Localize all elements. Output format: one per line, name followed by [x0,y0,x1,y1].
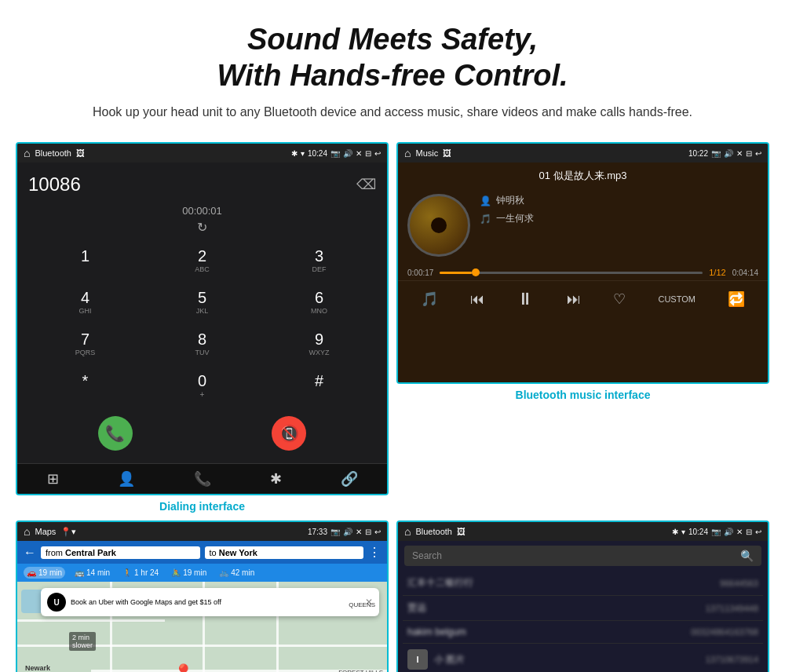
music-frame: ⌂ Music 🖼 10:22 📷 🔊 ✕ ⊟ ↩ 01 似是故人来.mp3 [396,142,769,384]
key-6[interactable]: 6MNO [262,283,376,321]
music-repeat-button[interactable]: 🔁 [728,290,745,308]
search-icon[interactable]: 🔍 [740,550,754,562]
dialing-body: 10086 ⌫ 00:00:01 ↻ 1 2ABC 3DEF 4GHI 5JKL… [17,163,387,463]
map-window-icon: ⊟ [365,528,371,536]
bluetooth-icon: ✱ [291,149,298,158]
contact-row-3[interactable]: hakim belgum 00324864163768 [403,621,763,644]
volume-icon: 🔊 [343,149,352,158]
music-shuffle-button[interactable]: 🎵 [421,290,438,308]
x-icon: ✕ [356,149,362,158]
contact-row-2[interactable]: 贾远 13711349448 [403,596,763,621]
music-back-icon[interactable]: ↩ [755,149,761,158]
dialing-frame: ⌂ Bluetooth 🖼 ✱ ▾ 10:24 📷 🔊 ✕ ⊟ ↩ [16,142,389,495]
page-title: Sound Meets Safety, With Hands-free Cont… [31,22,754,93]
dialing-display: 10086 ⌫ [28,170,376,199]
key-1[interactable]: 1 [28,241,142,279]
home-icon[interactable]: ⌂ [24,147,30,159]
call-accept-button[interactable]: 📞 [98,416,133,451]
map-more-icon[interactable]: ⋮ [368,545,381,560]
key-5[interactable]: 5JKL [145,283,259,321]
contact-row-1[interactable]: 汇丰十二银行行 96644563 [403,571,763,596]
keypad: 1 2ABC 3DEF 4GHI 5JKL 6MNO 7PQRS 8TUV 9W… [28,241,376,405]
music-heart-button[interactable]: ♡ [613,290,626,308]
key-8[interactable]: 8TUV [145,324,259,363]
screens-grid: ⌂ Bluetooth 🖼 ✱ ▾ 10:24 📷 🔊 ✕ ⊟ ↩ [0,134,785,672]
key-0[interactable]: 0+ [145,366,259,405]
back-icon[interactable]: ↩ [374,149,381,158]
phone-icon[interactable]: 📞 [194,470,211,488]
key-hash[interactable]: # [262,366,376,405]
backspace-icon[interactable]: ⌫ [356,176,376,193]
phonebook-status-label: Bluetooth [415,527,451,536]
image-icon: 🖼 [76,148,85,158]
music-progress-row: 0:00:17 1/12 0:04:14 [398,265,768,280]
music-progress-bar[interactable] [440,272,703,274]
map-slower-badge: 2 minslower [69,632,96,651]
phonebook-status-bar: ⌂ Bluetooth 🖼 ✱ ▾ 10:24 📷 🔊 ✕ ⊟ ↩ [398,522,768,541]
map-opt-bike[interactable]: 🚴 19 min [168,567,210,579]
music-window-icon: ⊟ [746,149,752,158]
map-options-bar: 🚗 19 min 🚌 14 min 🚶 1 hr 24 🚴 19 min 🚲 4… [17,564,387,582]
dialing-label: Dialing interface [159,500,245,513]
contact-row-4[interactable]: I 小 图片 13710673914 [403,644,763,672]
music-track-num: 1/12 [709,268,725,277]
person-icon[interactable]: 👤 [118,470,135,488]
phonebook-frame: ⌂ Bluetooth 🖼 ✱ ▾ 10:24 📷 🔊 ✕ ⊟ ↩ [396,520,769,672]
map-opt-car[interactable]: 🚗 19 min [24,567,65,579]
map-label-foresthill: FOREST HILLS [338,669,383,672]
music-status-label: Music [415,148,438,158]
music-custom-label[interactable]: CUSTOM [658,294,695,304]
phonebook-window-icon: ⊟ [746,528,752,536]
music-play-button[interactable]: ⏸ [517,289,534,309]
music-time: 10:22 [688,149,708,158]
map-canvas: U Book an Uber with Google Maps and get … [17,582,387,672]
phonebook-back-icon[interactable]: ↩ [755,528,761,536]
music-x-icon: ✕ [736,149,743,158]
map-opt-bus[interactable]: 🚌 14 min [71,567,113,579]
music-progress-dot [472,268,480,276]
music-next-button[interactable]: ⏭ [567,291,581,308]
bt-icon[interactable]: ✱ [270,470,282,488]
map-opt-walk[interactable]: 🚶 1 hr 24 [119,567,162,579]
uber-text: Book an Uber with Google Maps and get $1… [71,598,360,606]
music-time-total: 0:04:14 [732,268,758,277]
map-back-icon[interactable]: ↩ [374,528,381,536]
phonebook-search-display: Search 🔍 [404,546,761,566]
key-7[interactable]: 7PQRS [28,324,142,363]
phonebook-bt-icon: ✱ [672,528,678,536]
music-screen-block: ⌂ Music 🖼 10:22 📷 🔊 ✕ ⊟ ↩ 01 似是故人来.mp3 [396,142,769,513]
grid-icon[interactable]: ⊞ [47,470,59,488]
key-2[interactable]: 2ABC [145,241,259,279]
map-vol-icon: 🔊 [343,528,352,536]
key-star[interactable]: * [28,366,142,405]
music-album: 🎵 一生何求 [480,212,758,225]
music-home-icon[interactable]: ⌂ [404,147,411,159]
music-prev-button[interactable]: ⏮ [470,291,484,308]
link-icon[interactable]: 🔗 [341,470,358,488]
header-subtitle: Hook up your head unit to any Bluetooth … [31,103,754,122]
dialing-time: 10:24 [308,149,327,158]
map-opt-cycle[interactable]: 🚲 42 min [216,567,257,579]
map-back-arrow[interactable]: ← [24,546,36,560]
map-status-label: Maps [35,527,56,536]
map-label-newark: Newark [25,664,50,672]
music-content: 👤 钟明秋 🎵 一生何求 [398,186,768,265]
music-controls: 🎵 ⏮ ⏸ ⏭ ♡ CUSTOM 🔁 [398,280,768,316]
music-artist: 👤 钟明秋 [480,194,758,207]
call-end-button[interactable]: 📵 [272,416,306,451]
phonebook-time: 10:24 [688,528,708,536]
map-to-field[interactable]: to New York [205,546,364,559]
music-time-current: 0:00:17 [407,268,433,277]
phonebook-home-icon[interactable]: ⌂ [404,525,411,538]
map-from-field[interactable]: from Central Park [41,546,200,559]
phonebook-search-row: Search 🔍 [398,541,768,571]
key-3[interactable]: 3DEF [262,241,376,279]
key-9[interactable]: 9WXYZ [262,324,376,363]
map-uber-popup[interactable]: U Book an Uber with Google Maps and get … [41,588,379,616]
music-img-icon: 🖼 [443,148,451,158]
call-row: 📞 📵 [28,411,376,455]
map-home-icon[interactable]: ⌂ [24,525,30,538]
key-4[interactable]: 4GHI [28,283,142,321]
refresh-icon[interactable]: ↻ [28,220,376,235]
music-camera-icon: 📷 [711,149,721,158]
